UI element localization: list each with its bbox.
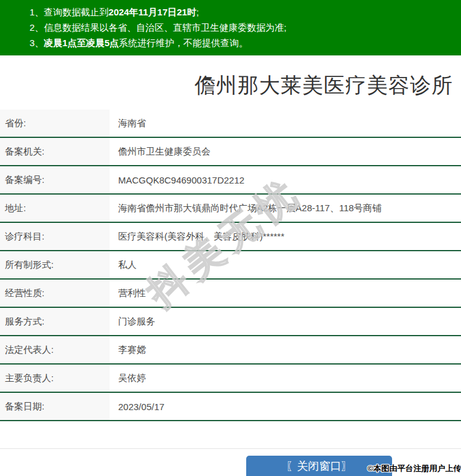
row-label: 经营性质:: [0, 280, 110, 307]
table-row-departments: 诊疗科目: 医疗美容科(美容外科、美容皮肤科)******: [0, 223, 461, 251]
row-label: 法定代表人:: [0, 336, 110, 363]
row-label: 所有制形式:: [0, 251, 110, 278]
table-row-business-nature: 经营性质: 营利性: [0, 280, 461, 308]
row-label: 主要负责人:: [0, 365, 110, 392]
table-row-address: 地址: 海南省儋州市那大镇鼎尚时代广场A2栋一层A28-117、118号商铺: [0, 195, 461, 223]
clinic-title: 儋州那大莱美医疗美容诊所: [194, 71, 453, 100]
table-row-record-date: 备案日期: 2023/05/17: [0, 393, 461, 421]
row-label: 地址:: [0, 195, 110, 222]
notice-line-2: 2、信息数据结果以各省、自治区、直辖市卫生健康委数据为准;: [30, 20, 455, 35]
table-row-legal-representative: 法定代表人: 李赛嫦: [0, 336, 461, 365]
notice-line-3-bold: 凌晨1点至凌晨5点: [44, 38, 119, 48]
table-row-authority: 备案机关: 儋州市卫生健康委员会: [0, 138, 461, 166]
row-value: 吴依婷: [110, 365, 461, 392]
row-value: 李赛嫦: [110, 336, 461, 363]
notice-line-3-tail: 系统进行维护，不能提供查询。: [119, 38, 248, 48]
image-upload-caption: ©本图由平台注册用户上传: [367, 463, 461, 474]
notice-line-1: 1、查询数据截止到2024年11月17日21时;: [30, 4, 455, 20]
row-value: 海南省儋州市那大镇鼎尚时代广场A2栋一层A28-117、118号商铺: [110, 195, 461, 222]
table-row-service-mode: 服务方式: 门诊服务: [0, 308, 461, 336]
row-label: 备案编号:: [0, 166, 110, 193]
table-row-record-number: 备案编号: MACGQK8C946900317D2212: [0, 166, 461, 195]
row-label: 诊疗科目:: [0, 223, 110, 250]
row-label: 备案机关:: [0, 138, 110, 165]
row-value: 营利性: [110, 280, 461, 307]
notice-line-1-bold: 2024年11月17日21时: [108, 7, 196, 17]
row-value: 医疗美容科(美容外科、美容皮肤科)******: [110, 223, 461, 250]
notice-line-1-tail: ;: [196, 7, 199, 17]
notice-line-2-text: 2、信息数据结果以各省、自治区、直辖市卫生健康委数据为准;: [30, 22, 287, 33]
table-row-province: 省份: 海南省: [0, 110, 461, 138]
registration-info-table: 省份: 海南省 备案机关: 儋州市卫生健康委员会 备案编号: MACGQK8C9…: [0, 110, 461, 421]
row-label: 服务方式:: [0, 308, 110, 335]
row-value: 门诊服务: [110, 308, 461, 335]
row-value: 私人: [110, 251, 461, 278]
row-label: 备案日期:: [0, 393, 110, 420]
table-row-ownership: 所有制形式: 私人: [0, 251, 461, 280]
notice-line-3-text: 3、: [30, 38, 44, 48]
notice-line-1-text: 1、查询数据截止到: [30, 7, 108, 17]
row-value: MACGQK8C946900317D2212: [110, 166, 461, 193]
row-value: 海南省: [110, 110, 461, 137]
row-label: 省份:: [0, 110, 110, 137]
notice-line-3: 3、凌晨1点至凌晨5点系统进行维护，不能提供查询。: [30, 35, 455, 50]
row-value: 儋州市卫生健康委员会: [110, 138, 461, 165]
table-row-person-in-charge: 主要负责人: 吴依婷: [0, 365, 461, 393]
row-value: 2023/05/17: [110, 393, 461, 420]
notice-banner: 1、查询数据截止到2024年11月17日21时; 2、信息数据结果以各省、自治区…: [0, 0, 461, 55]
footer-divider: [0, 448, 461, 449]
